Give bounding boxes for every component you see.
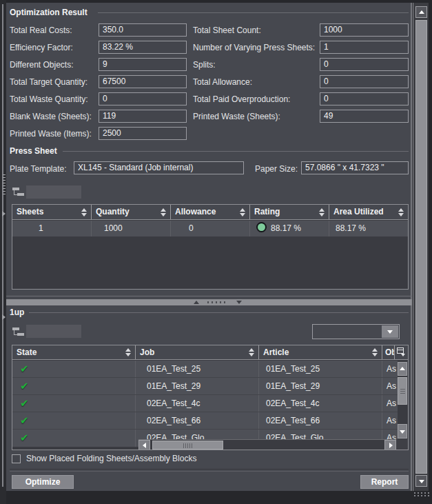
varying-press-sheets-label: Number of Varying Press Sheets: — [193, 43, 315, 52]
cell-rating: 88.17 % — [250, 221, 329, 236]
sort-icon[interactable] — [372, 348, 378, 356]
show-placed-checkbox[interactable] — [12, 454, 21, 463]
column-header-job[interactable]: Job — [136, 345, 259, 359]
splits-label: Splits: — [193, 60, 216, 70]
total-target-quantity-field[interactable]: 67500 — [99, 75, 187, 88]
oneup-dropdown[interactable] — [312, 324, 400, 339]
column-header-rating[interactable]: Rating — [250, 205, 329, 219]
tree-structure-icon[interactable] — [12, 187, 24, 197]
scroll-right-button[interactable] — [384, 440, 396, 450]
scroll-down-button[interactable] — [415, 475, 427, 487]
varying-press-sheets-field[interactable]: 1 — [320, 41, 409, 54]
plate-template-field[interactable]: XL145 - Standard (Job internal) — [74, 161, 244, 174]
oneup-table-vscrollbar[interactable] — [398, 361, 408, 440]
total-paid-overproduction-label: Total Paid Overproduction: — [193, 94, 290, 104]
rating-status-icon — [256, 222, 267, 232]
sheets-table-header: Sheets Quantity Allowance Rating Area Ut… — [12, 205, 408, 220]
scroll-down-button[interactable] — [398, 424, 407, 439]
cell-allowance: 0 — [171, 221, 250, 236]
column-header-object[interactable]: Obj — [382, 345, 395, 359]
printed-waste-items-field[interactable]: 2500 — [99, 127, 187, 140]
pane-splitter[interactable] — [6, 299, 412, 305]
show-placed-checkbox-label: Show Placed Folding Sheets/Assembly Bloc… — [26, 454, 196, 463]
cell-job: 02EA_Test_4c — [136, 395, 259, 412]
cell-article: 01EA_Test_29 — [259, 378, 382, 394]
main-vscrollbar[interactable] — [413, 3, 429, 491]
sort-icon[interactable] — [319, 208, 325, 216]
cell-article: 02EA_Test_4c — [259, 395, 382, 412]
scroll-up-button[interactable] — [398, 362, 407, 376]
sort-icon[interactable] — [81, 208, 88, 216]
column-label: Sheets — [17, 207, 43, 216]
placed-check-icon: ✔ — [20, 432, 29, 443]
left-pane-splitter[interactable] — [0, 0, 6, 504]
vscroll-thumb[interactable] — [415, 20, 427, 474]
total-sheet-count-label: Total Sheet Count: — [193, 26, 261, 35]
oneup-title: 1up — [10, 308, 24, 317]
scroll-left-button[interactable] — [138, 440, 150, 450]
total-sheet-count-field[interactable]: 1000 — [320, 23, 409, 37]
oneup-table-row[interactable]: ✔ 01EA_Test_29 01EA_Test_29 As — [12, 378, 408, 395]
total-allowance-field[interactable]: 0 — [320, 75, 409, 88]
oneup-filter-field[interactable] — [26, 325, 81, 338]
column-header-area-utilized[interactable]: Area Utilized — [329, 205, 408, 219]
group-line — [29, 312, 409, 313]
cell-sheets: 1 — [12, 221, 92, 236]
printed-waste-sheets-field[interactable]: 49 — [320, 110, 409, 123]
total-target-quantity-label: Total Target Quantity: — [10, 77, 88, 87]
sheets-table-row[interactable]: 1 1000 0 88.17 % 88.17 % — [12, 221, 408, 236]
total-paid-overproduction-field[interactable]: 0 — [320, 92, 409, 105]
column-header-allowance[interactable]: Allowance — [171, 205, 250, 219]
column-label: Article — [263, 347, 289, 357]
collapse-arrow-icon[interactable] — [2, 314, 6, 320]
tree-structure-icon[interactable] — [12, 327, 24, 337]
collapse-arrow-icon[interactable] — [2, 211, 6, 216]
sort-icon[interactable] — [125, 348, 132, 356]
optimization-result-window: { "optimization": { "title": "Optimizati… — [0, 0, 432, 504]
printed-waste-sheets-label: Printed Waste (Sheets): — [193, 112, 280, 121]
pane-border-line — [6, 296, 412, 296]
optimization-result-title: Optimization Result — [10, 8, 88, 17]
sort-icon[interactable] — [249, 348, 255, 356]
cell-state: ✔ — [12, 395, 136, 412]
efficiency-factor-field[interactable]: 83.22 % — [99, 41, 187, 54]
oneup-table-row[interactable]: ✔ 02EA_Test_4c 02EA_Test_4c As — [12, 395, 408, 412]
column-header-article[interactable]: Article — [259, 345, 382, 359]
blank-waste-sheets-field[interactable]: 119 — [99, 110, 187, 123]
splitter-collapse-down-icon[interactable] — [236, 301, 242, 304]
column-label: Rating — [254, 207, 280, 216]
cell-job: 01EA_Test_25 — [136, 361, 259, 377]
column-header-state[interactable]: State — [12, 345, 136, 359]
splits-field[interactable]: 0 — [320, 58, 409, 71]
hscroll-thumb[interactable] — [152, 441, 223, 450]
splitter-collapse-up-icon[interactable] — [194, 301, 199, 304]
sort-icon[interactable] — [240, 208, 246, 216]
group-line — [98, 12, 409, 13]
sort-icon[interactable] — [398, 208, 404, 216]
splitter-grip-dots — [207, 301, 227, 303]
sheets-filter-field[interactable] — [26, 185, 81, 199]
report-button[interactable]: Report — [360, 475, 409, 489]
column-label: Job — [140, 347, 154, 357]
optimize-button[interactable]: Optimize — [12, 475, 74, 489]
total-allowance-label: Total Allowance: — [193, 77, 252, 87]
column-header-sheets[interactable]: Sheets — [12, 205, 92, 219]
resize-grip[interactable] — [414, 492, 431, 498]
cell-job: 02EA_Test_66 — [136, 412, 259, 429]
paper-size-field[interactable]: 57.0866 " x 41.7323 " — [301, 161, 409, 174]
oneup-table-row[interactable]: ✔ 01EA_Test_25 01EA_Test_25 As — [12, 361, 408, 378]
oneup-table-hscrollbar[interactable] — [138, 439, 396, 450]
oneup-table-row[interactable]: ✔ 02EA_Test_66 02EA_Test_66 As — [12, 412, 408, 430]
different-objects-field[interactable]: 9 — [99, 58, 187, 71]
group-line — [63, 151, 409, 152]
column-label: Quantity — [96, 207, 130, 216]
scroll-up-button[interactable] — [415, 6, 427, 18]
column-header-quantity[interactable]: Quantity — [92, 205, 171, 219]
column-options-button[interactable] — [395, 345, 408, 359]
dropdown-arrow-icon[interactable] — [382, 325, 398, 338]
total-waste-quantity-field[interactable]: 0 — [99, 92, 187, 105]
vscroll-thumb[interactable] — [398, 377, 407, 405]
splitter-line — [2, 4, 3, 487]
total-real-costs-field[interactable]: 350.0 — [99, 23, 187, 37]
sort-icon[interactable] — [161, 208, 167, 216]
